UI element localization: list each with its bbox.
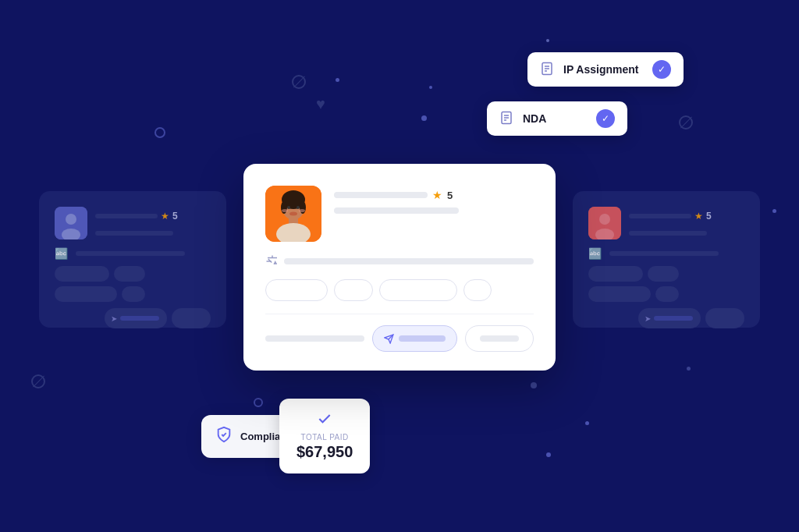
main-card-info: ★ 5 (334, 186, 534, 218)
total-paid-amount: $67,950 (297, 443, 353, 461)
svg-point-9 (66, 214, 76, 225)
ban-decoration (31, 374, 45, 388)
total-paid-card: TOTAL PAID $67,950 (279, 399, 370, 473)
main-tag-4 (463, 279, 492, 301)
main-divider (265, 314, 534, 314)
main-tag-1 (265, 279, 328, 301)
dot-decoration (546, 452, 551, 457)
svg-point-23 (289, 212, 297, 216)
total-check-icon (297, 411, 353, 430)
main-tags (265, 279, 534, 301)
svg-point-22 (297, 206, 300, 209)
dot-decoration (531, 382, 537, 388)
send-icon (384, 334, 394, 344)
ban-decoration (679, 115, 693, 129)
main-send-button[interactable] (372, 325, 457, 352)
background-profile-card-left: ★ 5 🔤 ➤ (39, 191, 226, 328)
dot-decoration (546, 39, 549, 42)
main-translate-line (284, 258, 534, 264)
dot-decoration (429, 86, 432, 89)
translate-icon (265, 254, 279, 268)
secondary-btn-label-line (480, 335, 519, 342)
main-tag-3 (379, 279, 457, 301)
dot-decoration (336, 78, 339, 82)
nda-check: ✓ (596, 109, 615, 128)
avatar-right (588, 207, 621, 239)
send-btn-label-line (399, 335, 446, 342)
nda-label: NDA (523, 112, 588, 125)
star-icon: ★ (432, 189, 442, 201)
dot-decoration (687, 367, 691, 371)
main-profile-card: ★ 5 (243, 164, 556, 371)
svg-point-24 (282, 209, 288, 212)
svg-point-25 (299, 209, 305, 212)
main-card-header: ★ 5 (265, 186, 534, 242)
ip-assignment-label: IP Assignment (563, 63, 645, 76)
main-avatar (265, 186, 321, 242)
dot-decoration (772, 209, 776, 213)
ip-assignment-card: IP Assignment ✓ (527, 52, 684, 87)
document-icon (499, 111, 515, 126)
ip-assignment-check: ✓ (652, 60, 671, 79)
main-tag-2 (334, 279, 373, 301)
dot-decoration (585, 421, 589, 425)
dot-decoration (421, 115, 427, 121)
main-rating: 5 (447, 190, 453, 201)
shield-icon (215, 426, 233, 447)
main-rating-row: ★ 5 (334, 189, 534, 201)
svg-point-12 (599, 214, 610, 225)
main-footer (265, 325, 534, 352)
dot-outline-decoration (254, 398, 263, 407)
dot-outline-decoration (154, 127, 165, 138)
main-info-line-1 (334, 207, 459, 214)
total-paid-label: TOTAL PAID (297, 433, 353, 442)
nda-card: NDA ✓ (487, 101, 627, 136)
ban-decoration (292, 75, 306, 89)
main-secondary-button[interactable] (465, 325, 534, 352)
svg-point-21 (287, 206, 290, 209)
background-profile-card-right: ★ 5 🔤 ➤ (573, 191, 760, 328)
main-footer-info-line (265, 335, 364, 342)
main-name-bar (334, 192, 428, 198)
heart-decoration: ♥ (316, 95, 325, 113)
avatar-left (55, 207, 87, 239)
document-icon (540, 62, 556, 77)
main-translate-row (265, 254, 534, 268)
